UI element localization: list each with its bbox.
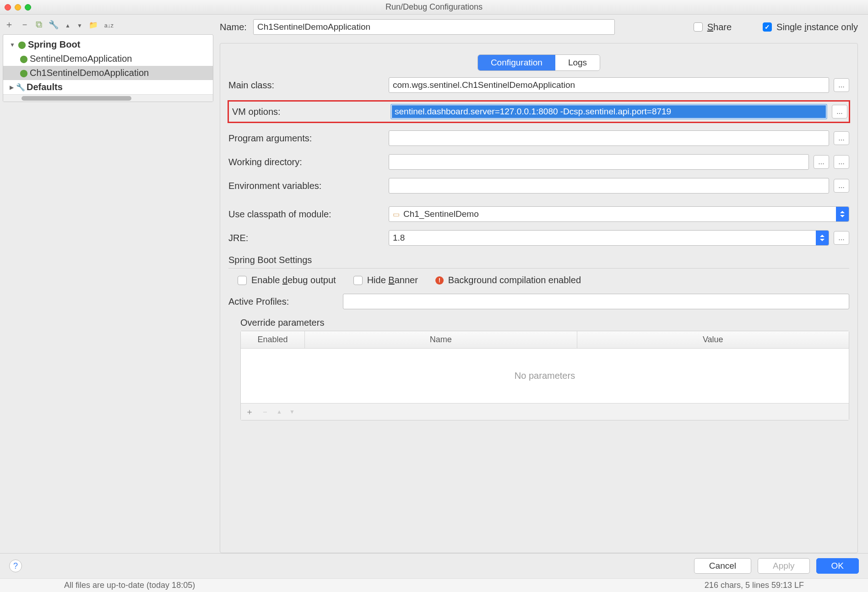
- jre-browse-button[interactable]: ...: [834, 231, 849, 245]
- classpath-select[interactable]: ▭ Ch1_SentinelDemo: [389, 206, 849, 222]
- edit-defaults-button[interactable]: [49, 19, 59, 30]
- vm-options-label: VM options:: [230, 107, 386, 117]
- param-up-button[interactable]: [277, 406, 282, 417]
- env-vars-input[interactable]: [389, 178, 829, 194]
- working-dir-browse-button[interactable]: ...: [814, 155, 829, 169]
- tree-group-springboot[interactable]: ▼ ⬤ Spring Boot: [3, 38, 213, 52]
- wrench-icon: 🔧: [16, 83, 25, 91]
- main-class-browse-button[interactable]: ...: [834, 78, 849, 92]
- tree-group-defaults[interactable]: ▶ 🔧 Defaults: [3, 80, 213, 94]
- share-checkbox[interactable]: [694, 22, 703, 32]
- share-label: SSharehare: [707, 22, 732, 32]
- col-enabled: Enabled: [241, 331, 305, 348]
- override-params-label: Override parameters: [240, 318, 849, 328]
- spring-boot-icon: ⬤: [20, 55, 28, 63]
- single-instance-label: Single instance only: [776, 22, 858, 32]
- name-input[interactable]: [253, 19, 615, 35]
- folder-button[interactable]: [89, 19, 98, 30]
- tab-segment: Configuration Logs: [477, 54, 600, 71]
- ok-button[interactable]: OK: [816, 558, 859, 574]
- active-profiles-input[interactable]: [343, 294, 849, 309]
- hide-banner-label: Hide Banner: [367, 275, 418, 285]
- enable-debug-label: Enable debug output: [251, 275, 336, 285]
- override-params-table: Enabled Name Value No parameters: [240, 331, 849, 420]
- module-icon: ▭: [393, 210, 400, 219]
- enable-debug-checkbox[interactable]: [238, 276, 247, 285]
- copy-config-button[interactable]: [36, 19, 42, 30]
- param-add-button[interactable]: [245, 406, 254, 417]
- tree-group-label: Defaults: [27, 82, 63, 92]
- program-args-label: Program arguments:: [228, 133, 384, 144]
- tree-item-ch1sentineldemo[interactable]: ⬤ Ch1SentinelDemoApplication: [3, 66, 213, 80]
- status-left: All files are up-to-date (today 18:05): [64, 581, 195, 590]
- move-up-button[interactable]: [65, 19, 71, 30]
- active-profiles-label: Active Profiles:: [228, 296, 338, 307]
- status-bar: All files are up-to-date (today 18:05) 2…: [0, 578, 868, 592]
- vm-options-expand-button[interactable]: ...: [832, 105, 847, 118]
- working-dir-label: Working directory:: [228, 157, 384, 167]
- jre-select[interactable]: 1.8: [389, 230, 829, 246]
- col-value: Value: [577, 331, 849, 348]
- vm-options-input[interactable]: sentinel.dashboard.server=127.0.0.1:8080…: [391, 104, 827, 119]
- main-class-input[interactable]: [389, 77, 829, 93]
- name-label: Name:: [220, 22, 247, 32]
- add-config-button[interactable]: [5, 18, 14, 31]
- spring-boot-icon: ⬤: [18, 41, 26, 49]
- hide-banner-checkbox[interactable]: [353, 276, 363, 285]
- config-tree[interactable]: ▼ ⬤ Spring Boot ⬤ SentinelDemoApplicatio…: [3, 35, 213, 94]
- warning-icon: !: [435, 276, 444, 285]
- param-remove-button[interactable]: [261, 406, 269, 417]
- status-right: 216 chars, 5 lines 59:13 LF: [705, 581, 804, 590]
- window-titlebar: Run/Debug Configurations: [0, 0, 868, 15]
- program-args-expand-button[interactable]: ...: [834, 131, 849, 145]
- config-toolbar: [0, 15, 215, 32]
- env-vars-browse-button[interactable]: ...: [834, 179, 849, 193]
- working-dir-macro-button[interactable]: ...: [834, 155, 849, 169]
- jre-value: 1.8: [393, 233, 405, 243]
- spring-boot-settings-label: Spring Boot Settings: [228, 255, 849, 265]
- sort-button[interactable]: [104, 19, 114, 30]
- spring-boot-icon: ⬤: [20, 69, 28, 77]
- remove-config-button[interactable]: [20, 18, 29, 31]
- main-class-label: Main class:: [228, 80, 384, 91]
- expand-icon: ▼: [10, 42, 15, 48]
- tree-item-sentineldemo[interactable]: ⬤ SentinelDemoApplication: [3, 52, 213, 66]
- cancel-button[interactable]: Cancel: [694, 558, 751, 574]
- tab-logs[interactable]: Logs: [555, 55, 600, 70]
- apply-button[interactable]: Apply: [758, 558, 810, 574]
- expand-icon: ▶: [10, 84, 14, 91]
- working-dir-input[interactable]: [389, 154, 809, 170]
- window-title: Run/Debug Configurations: [0, 2, 868, 12]
- param-down-button[interactable]: [289, 406, 295, 417]
- tree-item-label: Ch1SentinelDemoApplication: [30, 68, 149, 78]
- bg-compile-label: Background compilation enabled: [448, 275, 581, 285]
- col-name: Name: [305, 331, 577, 348]
- move-down-button[interactable]: [77, 19, 82, 30]
- tab-configuration[interactable]: Configuration: [478, 55, 555, 70]
- classpath-label: Use classpath of module:: [228, 209, 384, 220]
- no-parameters-label: No parameters: [241, 349, 849, 404]
- classpath-value: Ch1_SentinelDemo: [403, 209, 479, 219]
- env-vars-label: Environment variables:: [228, 181, 384, 191]
- help-button[interactable]: ?: [9, 560, 22, 572]
- dropdown-icon: [836, 207, 849, 221]
- single-instance-checkbox[interactable]: [763, 22, 772, 32]
- program-args-input[interactable]: [389, 130, 829, 146]
- jre-label: JRE:: [228, 233, 384, 243]
- tree-group-label: Spring Boot: [28, 39, 80, 50]
- dropdown-icon: [816, 231, 829, 245]
- tree-scrollbar[interactable]: [3, 94, 213, 102]
- tree-item-label: SentinelDemoApplication: [30, 54, 132, 64]
